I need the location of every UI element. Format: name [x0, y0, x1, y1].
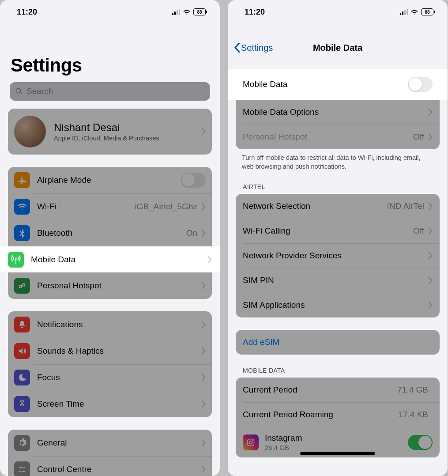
hourglass-icon	[14, 396, 30, 412]
notifications-row[interactable]: Notifications	[8, 311, 212, 338]
row-value: 71.4 GB	[397, 385, 428, 395]
sim-pin-row[interactable]: SIM PIN	[236, 268, 440, 293]
row-label: Notifications	[37, 320, 202, 329]
airplane-toggle[interactable]	[181, 173, 206, 188]
row-value: On	[186, 228, 197, 238]
status-bar: 11:20 88	[228, 0, 448, 24]
provider-services-row[interactable]: Network Provider Services	[236, 243, 440, 268]
row-label: Mobile Data	[31, 255, 208, 264]
search-input[interactable]: Search	[10, 82, 210, 101]
chevron-left-icon	[234, 43, 240, 53]
mobile-data-toggle[interactable]	[408, 77, 433, 92]
row-label: Sounds & Haptics	[37, 346, 202, 356]
chevron-right-icon	[202, 282, 206, 289]
row-label: Bluetooth	[37, 228, 186, 238]
chevron-right-icon	[429, 203, 433, 210]
svg-rect-0	[248, 439, 254, 446]
chevron-right-icon	[429, 109, 433, 116]
search-placeholder: Search	[26, 87, 53, 96]
chevron-right-icon	[429, 133, 433, 140]
bell-icon	[14, 317, 30, 332]
wifi-row[interactable]: Wi-Fi iGB_Airtel_5Ghz	[8, 193, 212, 220]
chevron-right-icon	[202, 348, 206, 355]
esim-group: Add eSIM	[236, 330, 440, 355]
chevron-right-icon	[429, 227, 433, 234]
connectivity-group-top: Airplane Mode Wi-Fi iGB_Airtel_5Ghz Blue…	[8, 167, 212, 246]
status-time: 11:20	[245, 8, 265, 17]
row-label: Current Period	[243, 385, 397, 395]
personal-hotspot-row[interactable]: Personal Hotspot Off	[236, 125, 440, 149]
focus-row[interactable]: Focus	[8, 364, 212, 391]
hotspot-icon	[14, 278, 30, 294]
wifi-icon	[14, 199, 30, 215]
antenna-icon	[8, 252, 24, 268]
personal-hotspot-row[interactable]: Personal Hotspot	[8, 272, 212, 299]
row-label: Current Period Roaming	[243, 410, 398, 419]
row-label: Wi-Fi Calling	[243, 226, 413, 236]
airplane-icon	[14, 172, 30, 188]
row-label: Wi-Fi	[37, 202, 135, 212]
network-selection-row[interactable]: Network Selection IND AirTel	[236, 194, 440, 219]
avatar	[14, 116, 46, 147]
account-sub: Apple ID, iCloud, Media & Purchases	[54, 135, 202, 142]
usage-group: Current Period 71.4 GB Current Period Ro…	[236, 378, 440, 457]
row-value: Off	[413, 132, 424, 142]
row-label: Network Provider Services	[243, 251, 429, 261]
page-title: Settings	[0, 24, 220, 82]
airplane-mode-row[interactable]: Airplane Mode	[8, 167, 212, 193]
svg-point-1	[249, 441, 252, 444]
chevron-right-icon	[429, 277, 433, 284]
wifi-icon	[410, 9, 418, 15]
system-group: General Control Centre	[8, 430, 212, 476]
section-header-airtel: AIRTEL	[228, 171, 448, 194]
current-period-row[interactable]: Current Period 71.4 GB	[236, 378, 440, 402]
footer-note: Turn off mobile data to restrict all dat…	[228, 149, 448, 171]
svg-point-2	[252, 440, 253, 441]
mobile-data-highlight: Mobile Data	[0, 246, 220, 272]
current-period-roaming-row[interactable]: Current Period Roaming 17.4 KB	[236, 402, 440, 427]
add-esim-row[interactable]: Add eSIM	[236, 330, 440, 355]
instagram-icon	[243, 434, 259, 450]
chevron-right-icon	[429, 302, 433, 309]
mobile-data-toggle-highlight: Mobile Data	[228, 69, 448, 100]
carrier-group: Network Selection IND AirTel Wi-Fi Calli…	[236, 194, 440, 317]
sounds-row[interactable]: Sounds & Haptics	[8, 338, 212, 364]
wifi-calling-row[interactable]: Wi-Fi Calling Off	[236, 219, 440, 243]
mobile-data-row[interactable]: Mobile Data	[8, 246, 212, 272]
settings-screen: 11:20 88 Settings Search Nishant Desai A…	[0, 0, 220, 476]
mobile-data-options-row[interactable]: Mobile Data Options	[236, 100, 440, 125]
cellular-signal-icon	[172, 9, 180, 15]
instagram-data-toggle[interactable]	[408, 435, 433, 450]
back-button[interactable]: Settings	[234, 43, 273, 53]
row-label: SIM PIN	[243, 276, 429, 285]
apple-id-row[interactable]: Nishant Desai Apple ID, iCloud, Media & …	[8, 109, 212, 155]
screen-time-row[interactable]: Screen Time	[8, 391, 212, 417]
chevron-right-icon	[429, 252, 433, 259]
row-label: Network Selection	[243, 201, 387, 211]
row-value: Off	[413, 226, 424, 236]
speaker-icon	[14, 343, 30, 359]
row-label: Airplane Mode	[37, 175, 181, 185]
battery-icon: 88	[193, 8, 206, 15]
mobile-data-toggle-row[interactable]: Mobile Data	[236, 69, 440, 100]
chevron-right-icon	[202, 203, 206, 210]
bluetooth-row[interactable]: Bluetooth On	[8, 220, 212, 246]
sim-applications-row[interactable]: SIM Applications	[236, 293, 440, 317]
chevron-right-icon	[202, 321, 206, 328]
general-row[interactable]: General	[8, 430, 212, 456]
chevron-right-icon	[208, 256, 212, 263]
back-label: Settings	[241, 43, 273, 53]
chevron-right-icon	[202, 400, 206, 408]
wifi-icon	[183, 9, 191, 15]
home-indicator[interactable]	[300, 452, 375, 455]
control-centre-row[interactable]: Control Centre	[8, 456, 212, 476]
status-bar: 11:20 88	[0, 0, 220, 24]
chevron-right-icon	[202, 466, 206, 473]
row-label: Add eSIM	[243, 337, 433, 347]
row-label: Screen Time	[37, 399, 202, 409]
row-sub: 26.4 GB	[265, 444, 408, 451]
row-value: 17.4 KB	[398, 410, 428, 419]
account-group: Nishant Desai Apple ID, iCloud, Media & …	[8, 109, 212, 155]
status-time: 11:20	[17, 8, 37, 17]
gear-icon	[14, 435, 30, 451]
